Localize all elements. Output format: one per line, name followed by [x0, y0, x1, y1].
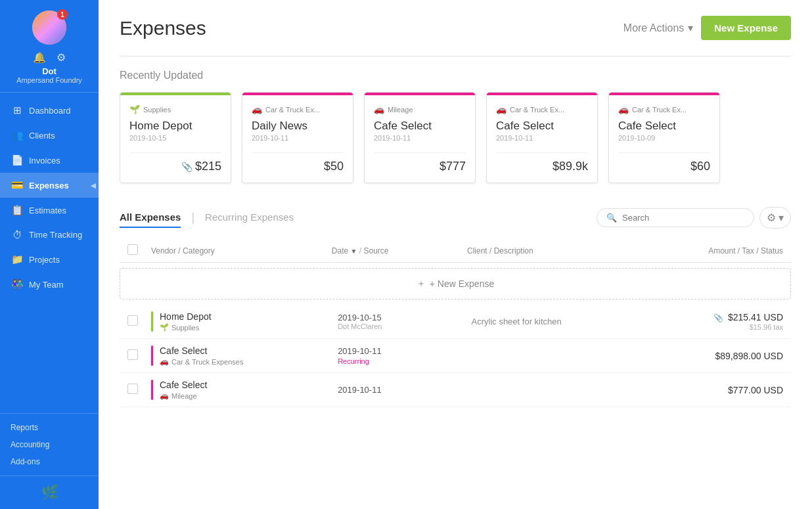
row-client: Acrylic sheet for kitchen [472, 317, 650, 326]
search-icon: 🔍 [606, 213, 617, 223]
card-vendor: Cafe Select [496, 120, 588, 133]
sidebar-item-dashboard[interactable]: ⊞ Dashboard [0, 98, 99, 123]
more-actions-button[interactable]: More Actions ▾ [623, 22, 693, 34]
car-truck-icon: 🚗 [496, 104, 507, 114]
search-input[interactable] [622, 213, 721, 223]
table-row: Home Depot 🌱 Supplies 2019-10-15 Dot McC… [120, 305, 791, 339]
sidebar-item-estimates[interactable]: 📋 Estimates [0, 198, 99, 223]
projects-icon: 📁 [11, 254, 24, 265]
invoices-icon: 📄 [11, 154, 24, 166]
card-date: 2019-10-15 [129, 134, 221, 142]
cards-row: 🌱 Supplies Home Depot 2019-10-15 📎 $215 … [120, 92, 791, 188]
vendor-name: Cafe Select [160, 380, 338, 390]
row-vendor-col: Cafe Select 🚗 Car & Truck Expenses [160, 345, 338, 366]
notification-badge: 1 [57, 9, 68, 20]
card-date: 2019-10-09 [618, 134, 710, 142]
vendor-category: 🌱 Supplies [160, 323, 338, 332]
header-actions: More Actions ▾ New Expense [623, 16, 791, 40]
sidebar-item-label: Time Tracking [29, 230, 82, 240]
sidebar-item-projects[interactable]: 📁 Projects [0, 247, 99, 272]
page-header: Expenses More Actions ▾ New Expense [120, 16, 791, 40]
new-expense-inline-button[interactable]: ＋ + New Expense [120, 268, 791, 299]
row-date: 2019-10-15 [338, 313, 471, 322]
row-client-col: Acrylic sheet for kitchen [472, 317, 650, 326]
row-bar-pink [151, 380, 153, 400]
mileage-icon: 🚗 [160, 391, 169, 400]
car-truck-icon: 🚗 [252, 104, 262, 114]
sidebar-item-invoices[interactable]: 📄 Invoices [0, 148, 99, 173]
sort-icon[interactable]: ▼ [351, 248, 357, 255]
sidebar-item-reports[interactable]: Reports [11, 419, 88, 436]
time-tracking-icon: ⏱ [11, 229, 24, 240]
row-date-col: 2019-10-11 Recurring [338, 346, 471, 365]
row-amount-col: $777.00 USD [650, 385, 783, 395]
expense-card[interactable]: 🚗 Car & Truck Ex... Cafe Select 2019-10-… [608, 92, 720, 183]
header-client: Client / Description [467, 246, 648, 255]
row-amount-main: 📎 $215.41 USD [650, 312, 783, 322]
card-amount: $89.9k [553, 160, 588, 173]
dashboard-icon: ⊞ [11, 104, 24, 116]
sidebar-item-label: Dashboard [29, 106, 71, 116]
card-vendor: Home Depot [129, 120, 221, 133]
row-checkbox[interactable] [127, 349, 151, 362]
sidebar-item-time-tracking[interactable]: ⏱ Time Tracking [0, 223, 99, 247]
filter-button[interactable]: ⚙ ▾ [759, 207, 791, 229]
header-checkbox-col [127, 244, 151, 257]
row-amount-main: $89,898.00 USD [650, 351, 783, 361]
row-date-col: 2019-10-15 Dot McClaren [338, 313, 471, 330]
search-box: 🔍 [597, 208, 754, 227]
row-amount-col: 📎 $215.41 USD $15.96 tax [650, 312, 783, 331]
vendor-category: 🚗 Mileage [160, 391, 338, 400]
card-bottom: $89.9k [496, 152, 588, 173]
settings-icon[interactable]: ⚙ [56, 51, 66, 64]
recently-updated-section: Recently Updated 🌱 Supplies Home Depot 2… [120, 70, 791, 188]
expense-card[interactable]: 🚗 Mileage Cafe Select 2019-10-11 $777 [364, 92, 476, 183]
sidebar-bottom-links: Reports Accounting Add-ons [0, 413, 99, 476]
main-content: Expenses More Actions ▾ New Expense Rece… [99, 0, 812, 509]
row-bar-green [151, 311, 153, 332]
sidebar-item-my-team[interactable]: 👫 My Team [0, 272, 99, 297]
chevron-down-icon: ▾ [778, 211, 784, 224]
row-assigned-to: Dot McClaren [338, 322, 471, 330]
card-bottom: $50 [252, 152, 344, 173]
sidebar-item-expenses[interactable]: 💳 Expenses ◀ [0, 173, 99, 198]
sidebar-item-label: My Team [29, 280, 64, 290]
card-top-bar-green [120, 93, 231, 95]
card-amount: $777 [440, 160, 466, 173]
card-date: 2019-10-11 [496, 134, 588, 142]
clients-icon: 👥 [11, 129, 24, 141]
expense-card[interactable]: 🚗 Car & Truck Ex... Cafe Select 2019-10-… [486, 92, 598, 183]
sidebar-item-label: Projects [29, 255, 60, 265]
sidebar-nav: ⊞ Dashboard 👥 Clients 📄 Invoices 💳 Expen… [0, 93, 99, 413]
row-checkbox[interactable] [127, 384, 151, 396]
recently-updated-title: Recently Updated [120, 70, 791, 81]
card-top-bar-pink [609, 93, 719, 95]
card-category: 🚗 Car & Truck Ex... [496, 104, 588, 114]
new-expense-button[interactable]: New Expense [701, 16, 791, 40]
expense-card[interactable]: 🚗 Car & Truck Ex... Daily News 2019-10-1… [242, 92, 353, 183]
car-truck-icon: 🚗 [618, 104, 629, 114]
row-date: 2019-10-11 [338, 385, 471, 395]
notification-icon[interactable]: 🔔 [33, 51, 46, 64]
tab-recurring-expenses[interactable]: Recurring Expenses [205, 208, 294, 228]
select-all-checkbox[interactable] [127, 244, 138, 255]
sidebar-item-addons[interactable]: Add-ons [11, 453, 88, 470]
user-name: Dot [42, 66, 56, 76]
tab-all-expenses[interactable]: All Expenses [120, 208, 181, 228]
row-checkbox[interactable] [127, 315, 151, 328]
expense-card[interactable]: 🌱 Supplies Home Depot 2019-10-15 📎 $215 [120, 92, 231, 183]
mileage-icon: 🚗 [374, 104, 384, 114]
card-vendor: Cafe Select [618, 120, 710, 133]
sidebar-item-accounting[interactable]: Accounting [11, 436, 88, 453]
attachment-icon: 📎 [181, 162, 192, 172]
table-row: Cafe Select 🚗 Mileage 2019-10-11 $777.00… [120, 373, 791, 407]
plus-icon: ＋ [417, 278, 426, 290]
row-amount-tax: $15.96 tax [650, 323, 783, 331]
sidebar-item-clients[interactable]: 👥 Clients [0, 123, 99, 148]
card-category: 🌱 Supplies [129, 104, 221, 114]
sidebar: 1 🔔 ⚙ Dot Ampersand Foundry ⊞ Dashboard … [0, 0, 99, 509]
avatar-wrap: 1 [32, 11, 66, 45]
tabs-left: All Expenses | Recurring Expenses [120, 208, 294, 228]
estimates-icon: 📋 [11, 204, 24, 216]
header-vendor: Vendor / Category [151, 246, 332, 255]
